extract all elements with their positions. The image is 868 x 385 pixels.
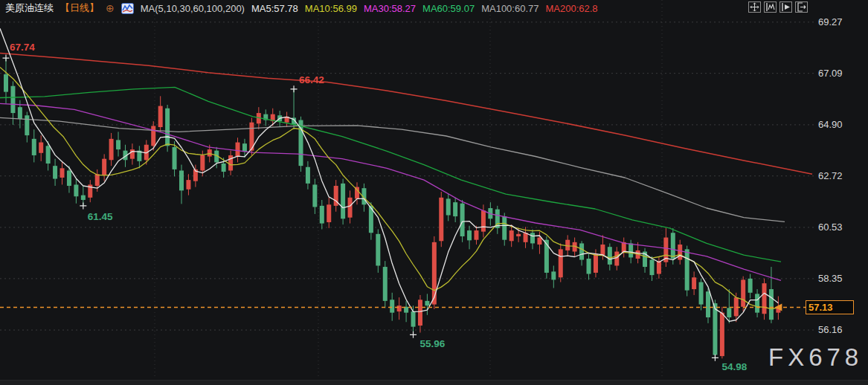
- candle-body[interactable]: [383, 267, 388, 301]
- candle-body[interactable]: [67, 170, 71, 186]
- candle-body[interactable]: [222, 164, 226, 172]
- candle-body[interactable]: [18, 107, 22, 119]
- candle-body[interactable]: [236, 143, 240, 157]
- candle-body[interactable]: [594, 254, 598, 273]
- candle-body[interactable]: [60, 168, 65, 178]
- candle-body[interactable]: [762, 283, 767, 314]
- candle-body[interactable]: [614, 252, 619, 266]
- candle-body[interactable]: [460, 204, 465, 236]
- candle-body[interactable]: [706, 291, 710, 317]
- candle-body[interactable]: [432, 242, 437, 305]
- candle-body[interactable]: [720, 313, 724, 356]
- candle-body[interactable]: [439, 198, 443, 241]
- candle-body[interactable]: [165, 109, 170, 146]
- candle-body[interactable]: [559, 249, 563, 277]
- period-label[interactable]: 【日线】: [60, 1, 99, 15]
- candle-body[interactable]: [130, 149, 135, 159]
- candle-body[interactable]: [685, 249, 689, 290]
- candle-body[interactable]: [481, 210, 486, 231]
- playback-button[interactable]: [779, 1, 792, 13]
- candle-body[interactable]: [348, 198, 353, 218]
- kline-style-icon[interactable]: [121, 3, 134, 14]
- high-marker-cross: [3, 55, 10, 62]
- candle-body[interactable]: [537, 238, 541, 245]
- candle-body[interactable]: [579, 243, 584, 259]
- candle-body[interactable]: [81, 195, 86, 200]
- candle-body[interactable]: [200, 155, 205, 171]
- candle-body[interactable]: [551, 271, 556, 279]
- candle-body[interactable]: [713, 303, 717, 355]
- candle-body[interactable]: [46, 146, 51, 164]
- candle-body[interactable]: [418, 300, 422, 326]
- candle-body[interactable]: [397, 305, 402, 311]
- candle-body[interactable]: [678, 245, 682, 260]
- chart-axis-icon: [765, 2, 775, 12]
- candle-body[interactable]: [600, 245, 605, 255]
- candle-body[interactable]: [692, 277, 696, 289]
- candle-body[interactable]: [306, 167, 310, 184]
- candle-body[interactable]: [411, 311, 416, 327]
- candle-body[interactable]: [769, 289, 774, 320]
- candle-body[interactable]: [474, 230, 478, 240]
- candle-body[interactable]: [74, 184, 78, 196]
- candle-body[interactable]: [390, 300, 394, 312]
- candle-body[interactable]: [453, 202, 457, 216]
- candle-body[interactable]: [151, 126, 155, 146]
- candle-body[interactable]: [228, 155, 233, 171]
- candle-body[interactable]: [727, 308, 731, 317]
- candle-body[interactable]: [4, 74, 8, 92]
- candle-body[interactable]: [39, 143, 43, 153]
- play-bar-icon: [781, 2, 791, 12]
- candle-body[interactable]: [95, 174, 100, 186]
- ma-settings-label[interactable]: MA(5,10,30,60,100,200): [141, 3, 245, 14]
- candle-body[interactable]: [741, 279, 745, 306]
- candle-body[interactable]: [509, 230, 514, 241]
- candle-body[interactable]: [179, 170, 184, 190]
- candle-body[interactable]: [116, 140, 120, 149]
- candle-body[interactable]: [102, 159, 106, 175]
- candle-body[interactable]: [186, 180, 190, 190]
- candle-body[interactable]: [516, 234, 521, 236]
- candle-body[interactable]: [530, 233, 535, 243]
- candlestick-chart-canvas[interactable]: 67.7466.4261.4555.9654.98: [0, 0, 868, 385]
- ma-line: [0, 28, 778, 321]
- ma-line: [0, 87, 781, 262]
- price-axis-button[interactable]: [764, 1, 777, 13]
- ma100-legend: MA100:60.77: [481, 3, 539, 14]
- candle-body[interactable]: [587, 259, 591, 274]
- kline-chart-app: 67.7466.4261.4555.9654.98 美原油连续 【日线】 ⊕ M…: [0, 0, 868, 385]
- candle-body[interactable]: [32, 139, 36, 155]
- candle-body[interactable]: [565, 240, 570, 250]
- candle-body[interactable]: [467, 230, 472, 240]
- candle-body[interactable]: [109, 139, 114, 160]
- candle-body[interactable]: [608, 247, 612, 265]
- candle-body[interactable]: [208, 149, 212, 156]
- candle-body[interactable]: [341, 184, 345, 219]
- candle-body[interactable]: [25, 115, 29, 135]
- candle-body[interactable]: [320, 206, 324, 224]
- candle-body[interactable]: [173, 147, 177, 169]
- candle-body[interactable]: [629, 243, 633, 257]
- candle-body[interactable]: [327, 204, 331, 222]
- candle-body[interactable]: [755, 294, 759, 312]
- exit-panel-button[interactable]: [795, 1, 808, 13]
- low-marker-cross: [80, 202, 86, 209]
- candle-body[interactable]: [376, 234, 380, 266]
- candle-body[interactable]: [649, 260, 654, 276]
- pan-tool-button[interactable]: [748, 1, 761, 13]
- candle-body[interactable]: [502, 216, 507, 240]
- candle-body[interactable]: [671, 233, 675, 259]
- current-price-tag: 57.13: [806, 300, 854, 314]
- candle-body[interactable]: [10, 86, 15, 113]
- circle-plus-icon[interactable]: ⊕: [106, 3, 115, 13]
- candle-body[interactable]: [425, 301, 429, 305]
- candle-body[interactable]: [446, 198, 451, 215]
- candle-body[interactable]: [53, 166, 57, 178]
- candle-body[interactable]: [699, 282, 704, 305]
- candle-body[interactable]: [748, 279, 753, 293]
- candle-body[interactable]: [242, 143, 247, 152]
- candle-body[interactable]: [312, 184, 317, 207]
- candle-body[interactable]: [657, 261, 661, 274]
- low-marker-cross: [712, 355, 718, 361]
- candle-body[interactable]: [158, 106, 163, 127]
